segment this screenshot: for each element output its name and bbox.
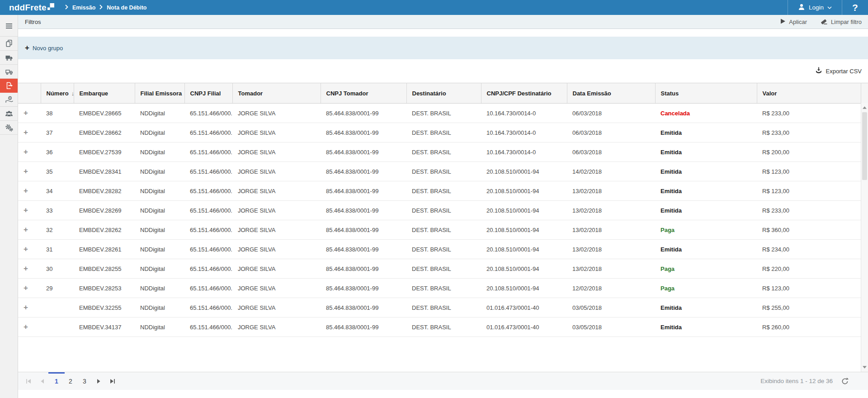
new-group-label: Novo grupo — [33, 45, 63, 52]
table-row[interactable]: +37EMBDEV.28662NDDigital65.151.466/000..… — [18, 123, 868, 142]
prev-page-button[interactable] — [38, 378, 47, 385]
expand-row-button[interactable]: + — [24, 284, 28, 292]
page-button-3[interactable]: 3 — [80, 378, 89, 385]
table-row[interactable]: +EMBDEV.34137NDDigital65.151.466/000...J… — [18, 317, 868, 337]
page-button-2[interactable]: 2 — [66, 378, 75, 385]
expand-row-button[interactable]: + — [24, 147, 28, 156]
cell-cnpj_cpf_destinatario: 10.164.730/0014-0 — [481, 142, 567, 162]
table-row[interactable]: +35EMBDEV.28341NDDigital65.151.466/000..… — [18, 162, 868, 181]
cell-filial_emissora: NDDigital — [135, 123, 184, 142]
cell-numero: 34 — [41, 181, 74, 201]
expand-row-button[interactable]: + — [24, 225, 28, 234]
users-icon — [5, 109, 13, 118]
sidebar-item-truck[interactable] — [0, 51, 18, 65]
first-page-button[interactable] — [24, 378, 33, 385]
expand-cell: + — [18, 220, 41, 240]
last-page-button[interactable] — [108, 378, 117, 385]
grouping-band: + Novo grupo — [18, 37, 868, 59]
cell-cnpj_tomador: 85.464.838/0001-99 — [321, 104, 406, 123]
table-row[interactable]: +38EMBDEV.28665NDDigital65.151.466/000..… — [18, 104, 868, 123]
refresh-button[interactable] — [841, 377, 849, 385]
table-row[interactable]: +32EMBDEV.28262NDDigital65.151.466/000..… — [18, 220, 868, 240]
sidebar-item-settings[interactable] — [0, 121, 18, 135]
column-header-status[interactable]: Status — [655, 83, 757, 104]
next-page-button[interactable] — [94, 378, 103, 385]
column-header-data_emissao[interactable]: Data Emissão — [567, 83, 655, 104]
expand-row-button[interactable]: + — [24, 322, 28, 331]
breadcrumb-item-emissao[interactable]: Emissão — [72, 5, 95, 11]
expand-row-button[interactable]: + — [24, 245, 28, 253]
sidebar-item-truck-trailer[interactable] — [0, 65, 18, 79]
table-row[interactable]: +30EMBDEV.28255NDDigital65.151.466/000..… — [18, 259, 868, 279]
cell-numero: 32 — [41, 220, 74, 240]
cell-filial_emissora: NDDigital — [135, 317, 184, 337]
cell-cnpj_filial: 65.151.466/000... — [184, 181, 232, 201]
cell-destinatario: DEST. BRASIL — [406, 220, 481, 240]
sidebar-item-users[interactable] — [0, 107, 18, 121]
cell-cnpj_cpf_destinatario: 20.108.510/0001-94 — [481, 259, 567, 279]
cell-status: Emitida — [655, 201, 757, 220]
table-row[interactable]: +EMBDEV.32255NDDigital65.151.466/000...J… — [18, 298, 868, 317]
table-row[interactable]: +31EMBDEV.28261NDDigital65.151.466/000..… — [18, 240, 868, 259]
expand-row-button[interactable]: + — [24, 206, 28, 214]
coin-hand-icon: $ — [5, 95, 13, 104]
cell-valor: R$ 233,00 — [757, 123, 861, 142]
login-button[interactable]: Login — [788, 0, 842, 15]
table-row[interactable]: +29EMBDEV.28253NDDigital65.151.466/000..… — [18, 279, 868, 298]
cell-cnpj_filial: 65.151.466/000... — [184, 298, 232, 317]
column-header-cnpj_filial[interactable]: CNPJ Filial — [184, 83, 232, 104]
table-row[interactable]: +36EMBDEV.27539NDDigital65.151.466/000..… — [18, 142, 868, 162]
expand-row-button[interactable]: + — [24, 186, 28, 195]
expand-cell: + — [18, 240, 41, 259]
column-header-destinatario[interactable]: Destinatário — [406, 83, 481, 104]
vertical-scrollbar[interactable] — [861, 103, 868, 372]
cell-tomador: JORGE SILVA — [232, 123, 321, 142]
sidebar-item-debit-note-emission[interactable] — [0, 79, 18, 93]
column-header-cnpj_tomador[interactable]: CNPJ Tomador — [321, 83, 406, 104]
cell-destinatario: DEST. BRASIL — [406, 240, 481, 259]
column-header-numero[interactable]: Número↓ — [41, 83, 74, 104]
cell-embarque: EMBDEV.28282 — [74, 181, 135, 201]
scroll-down-button[interactable] — [861, 364, 868, 371]
grid-header-row: Número↓EmbarqueFilial EmissoraCNPJ Filia… — [18, 83, 868, 104]
cell-valor: R$ 123,00 — [757, 181, 861, 201]
cell-cnpj_filial: 65.151.466/000... — [184, 279, 232, 298]
help-button[interactable]: ? — [842, 0, 868, 15]
expand-row-button[interactable]: + — [24, 109, 28, 117]
export-csv-button[interactable]: Exportar CSV — [815, 66, 862, 76]
sidebar-item-menu[interactable] — [0, 15, 18, 37]
clear-filter-button[interactable]: Limpar filtro — [820, 18, 862, 26]
expand-row-button[interactable]: + — [24, 128, 28, 137]
sidebar-item-documents[interactable] — [0, 37, 18, 51]
cell-cnpj_tomador: 85.464.838/0001-99 — [321, 240, 406, 259]
expand-row-button[interactable]: + — [24, 264, 28, 273]
expand-row-button[interactable]: + — [24, 303, 28, 312]
cell-destinatario: DEST. BRASIL — [406, 181, 481, 201]
apply-filter-button[interactable]: Aplicar — [780, 18, 807, 26]
scrollbar-thumb[interactable] — [862, 112, 867, 180]
cell-tomador: JORGE SILVA — [232, 162, 321, 181]
new-group-button[interactable]: + Novo grupo — [25, 45, 63, 52]
expand-cell: + — [18, 123, 41, 142]
column-header-filial_emissora[interactable]: Filial Emissora — [135, 83, 184, 104]
breadcrumb-item-nota-de-debito[interactable]: Nota de Débito — [107, 5, 146, 11]
table-row[interactable]: +33EMBDEV.28269NDDigital65.151.466/000..… — [18, 201, 868, 220]
page-button-1[interactable]: 1 — [52, 378, 61, 385]
table-row[interactable]: +34EMBDEV.28282NDDigital65.151.466/000..… — [18, 181, 868, 201]
column-header-embarque[interactable]: Embarque — [74, 83, 135, 104]
app-logo[interactable]: nddFrete — [9, 3, 54, 13]
cell-embarque: EMBDEV.28253 — [74, 279, 135, 298]
cell-embarque: EMBDEV.27539 — [74, 142, 135, 162]
sidebar-item-payment[interactable]: $ — [0, 93, 18, 107]
cell-filial_emissora: NDDigital — [135, 240, 184, 259]
cell-embarque: EMBDEV.28269 — [74, 201, 135, 220]
scroll-up-button[interactable] — [861, 104, 868, 111]
column-header-tomador[interactable]: Tomador — [232, 83, 321, 104]
chevron-right-icon — [99, 5, 103, 11]
column-header-cnpj_cpf_destinatario[interactable]: CNPJ/CPF Destinatário — [481, 83, 567, 104]
column-header-valor[interactable]: Valor — [757, 83, 861, 104]
cell-destinatario: DEST. BRASIL — [406, 123, 481, 142]
cell-status: Paga — [655, 259, 757, 279]
expand-row-button[interactable]: + — [24, 167, 28, 175]
cell-data_emissao: 14/02/2018 — [567, 162, 655, 181]
